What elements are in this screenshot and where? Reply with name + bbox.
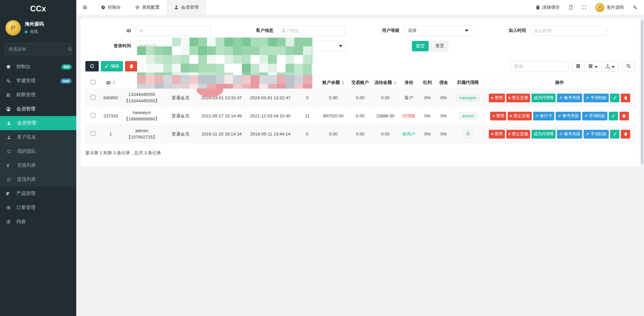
col-header-identity: 身份 xyxy=(398,76,420,89)
disable-button[interactable]: ×禁用 xyxy=(489,94,505,102)
list-icon xyxy=(6,205,13,210)
level-select[interactable]: 选择 xyxy=(404,25,472,36)
settings-button[interactable] xyxy=(633,5,637,10)
deduct-button[interactable]: 手动扣款 xyxy=(582,112,607,120)
user-icon xyxy=(7,135,14,140)
row-checkbox[interactable] xyxy=(91,95,95,100)
user-menu[interactable]: P 海外源码 xyxy=(595,3,624,12)
scrollbar-thumb[interactable] xyxy=(641,20,643,164)
bankcard-button[interactable]: 银行卡 xyxy=(533,112,554,120)
sidebar-item-console[interactable]: 控制台hot xyxy=(0,60,76,74)
customer-input[interactable] xyxy=(278,25,345,36)
disable-button[interactable]: ×禁用 xyxy=(490,112,506,120)
gears-icon xyxy=(633,5,637,10)
edit-button[interactable] xyxy=(610,130,619,139)
sidebar-item-permission[interactable]: 权限管理 xyxy=(0,88,76,102)
avatar: P xyxy=(5,20,21,36)
col-header-id[interactable]: ID xyxy=(101,76,121,89)
notrade-button[interactable]: ×禁止交易 xyxy=(506,94,530,102)
menu-badge: hot xyxy=(61,64,72,69)
clear-cache-button[interactable]: 清除缓存 xyxy=(535,4,560,10)
fullscreen-button[interactable] xyxy=(582,5,587,10)
row-checkbox[interactable] xyxy=(91,113,95,118)
arrow-icon xyxy=(559,96,563,100)
filter-row-1: ID 客户信息 用户等级 选择 加入时间 xyxy=(85,25,635,36)
notrade-button[interactable]: ×禁止交易 xyxy=(506,130,530,139)
sidebar-item-order[interactable]: 订单管理 xyxy=(0,201,76,215)
sidebar-item-content[interactable]: 内容 xyxy=(0,215,76,229)
sidebar-search-input[interactable] xyxy=(9,47,68,52)
sidebar-item-label: 控制台 xyxy=(16,64,61,70)
cell-cb xyxy=(86,125,101,143)
cell-id: 645850 xyxy=(101,89,121,107)
view-button-group xyxy=(572,61,619,71)
delete-button[interactable] xyxy=(619,112,629,120)
menu-toggle-button[interactable] xyxy=(76,0,94,15)
recharge-button[interactable]: 账号充值 xyxy=(556,112,581,120)
agent-tag: admini xyxy=(459,113,477,119)
search-icon xyxy=(68,47,72,51)
tab-控制台[interactable]: 控制台 xyxy=(94,0,128,15)
dashboard-icon xyxy=(6,64,13,69)
row-checkbox[interactable] xyxy=(91,131,95,136)
columns-button[interactable] xyxy=(585,61,602,71)
cell-bonus: 0% xyxy=(420,89,435,107)
id-input[interactable] xyxy=(136,25,211,36)
col-header-commission: 佣金 xyxy=(435,76,452,89)
delete-button[interactable] xyxy=(125,61,138,71)
join-time-input[interactable] xyxy=(531,25,607,36)
cell-identity: 根用户 xyxy=(398,125,420,143)
submit-button[interactable]: 提交 xyxy=(412,41,429,51)
sidebar-item-general[interactable]: 常规管理new xyxy=(0,74,76,88)
topnav-right: 清除缓存 P 海外源码 xyxy=(535,0,644,15)
bars-icon xyxy=(82,5,88,10)
detail-view-button[interactable] xyxy=(572,61,585,71)
sidebar-item-team[interactable]: 我的团队 xyxy=(0,144,76,158)
become-agent-button[interactable]: 成为代理商 xyxy=(531,130,556,139)
sidebar-item-product[interactable]: ₽产品管理 xyxy=(0,187,76,201)
delete-button[interactable] xyxy=(621,94,630,102)
expand-icon xyxy=(582,5,587,10)
col-header-level xyxy=(163,76,198,89)
tab-label: 会员管理 xyxy=(181,4,199,10)
tab-会员管理[interactable]: 会员管理 xyxy=(167,0,206,15)
login-time-input[interactable] xyxy=(136,41,203,51)
pencil-icon xyxy=(104,64,109,68)
search-toggle-button[interactable] xyxy=(622,61,635,71)
recharge-button[interactable]: 账号充值 xyxy=(557,94,582,102)
edit-button[interactable] xyxy=(609,112,618,120)
select-all-checkbox[interactable] xyxy=(91,80,95,85)
col-header-balance[interactable]: 账户余额 xyxy=(319,76,348,89)
edit-button[interactable]: 编辑 xyxy=(101,61,123,71)
deduct-button[interactable]: 手动扣款 xyxy=(584,94,609,102)
circle-icon xyxy=(7,177,14,182)
sidebar-item-realname[interactable]: 客户实名 xyxy=(0,130,76,144)
sort-icon xyxy=(394,81,396,85)
cell-join: 2024-03-01 13:32:47 xyxy=(245,89,296,107)
refresh-button[interactable] xyxy=(85,61,99,71)
file-icon xyxy=(568,5,573,10)
col-header-label: 账户余额 xyxy=(323,80,340,85)
export-button[interactable] xyxy=(602,61,619,71)
deduct-button[interactable]: 手动扣款 xyxy=(584,130,609,139)
hidden-filter-select[interactable] xyxy=(208,41,346,51)
sidebar-item-recharge-list[interactable]: ¥充值列表 xyxy=(0,158,76,172)
tab-系统配置[interactable]: 系统配置 xyxy=(128,0,167,15)
edit-button[interactable] xyxy=(610,94,619,102)
sort-icon xyxy=(113,81,115,85)
sidebar-item-member[interactable]: 会员管理 xyxy=(0,116,76,130)
docs-button[interactable] xyxy=(568,5,573,10)
dashboard-icon xyxy=(101,5,105,10)
sidebar-item-member-group[interactable]: 会员管理 xyxy=(0,102,76,116)
col-header-label: 交易账户 xyxy=(351,80,369,85)
sidebar-item-withdraw-list[interactable]: 提现列表 xyxy=(0,172,76,187)
become-agent-button[interactable]: 成为代理商 xyxy=(531,94,556,102)
notrade-button[interactable]: ×禁止交易 xyxy=(508,112,532,120)
recharge-button[interactable]: 账号充值 xyxy=(557,130,582,139)
table-search-input[interactable] xyxy=(511,61,568,71)
delete-button[interactable] xyxy=(621,130,630,139)
col-header-label: 红利 xyxy=(423,80,432,85)
disable-button[interactable]: ×禁用 xyxy=(489,130,505,139)
col-header-frozen[interactable]: 冻结金额 xyxy=(373,76,398,89)
reset-button[interactable]: 重置 xyxy=(431,41,448,51)
